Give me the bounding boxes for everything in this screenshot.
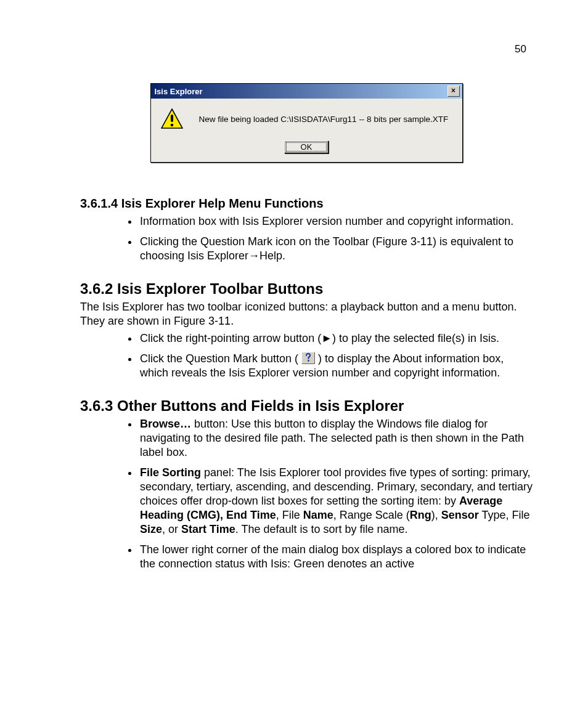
bold-run: Start Time	[181, 523, 235, 535]
list-item: Browse… button: Use this button to displ…	[139, 417, 533, 460]
text-run: Click the Question Mark button (	[140, 352, 301, 365]
page-number: 50	[80, 43, 533, 55]
text-run: button: Use this button to display the W…	[140, 418, 524, 458]
bold-run: File Sorting	[140, 466, 201, 479]
list-item: Click the right-pointing arrow button (►…	[139, 331, 533, 346]
bold-run: Name	[303, 509, 333, 521]
svg-point-3	[308, 360, 309, 362]
bullet-list: Information box with Isis Explorer versi…	[80, 214, 533, 263]
warning-icon	[161, 108, 183, 129]
dialog-titlebar: Isis Explorer ×	[151, 84, 462, 99]
text-run: Type, File	[479, 509, 530, 521]
text-run: . The default is to sort by file name.	[235, 523, 408, 535]
bold-run: Rng	[410, 509, 431, 521]
list-item: Information box with Isis Explorer versi…	[139, 214, 533, 229]
bullet-list: Click the right-pointing arrow button (►…	[80, 331, 533, 380]
help-icon	[301, 352, 315, 364]
list-item: The lower right corner of the main dialo…	[139, 543, 533, 571]
list-item: Click the Question Mark button ( ) to di…	[139, 352, 533, 380]
bullet-list: Browse… button: Use this button to displ…	[80, 417, 533, 571]
close-icon[interactable]: ×	[447, 86, 460, 97]
paragraph: The Isis Explorer has two toolbar iconiz…	[80, 300, 533, 328]
bold-run: Browse…	[140, 418, 191, 430]
svg-point-2	[170, 124, 173, 127]
text-run: , or	[162, 523, 181, 535]
heading-3-6-2: 3.6.2 Isis Explorer Toolbar Buttons	[80, 280, 533, 298]
bold-run: Size	[140, 523, 162, 535]
list-item: Clicking the Question Mark icon on the T…	[139, 235, 533, 263]
bold-run: Sensor	[441, 509, 479, 521]
ok-button[interactable]: OK	[284, 140, 329, 153]
dialog-body: New file being loaded C:\ISISDATA\Furg11…	[151, 99, 462, 162]
heading-3-6-3: 3.6.3 Other Buttons and Fields in Isis E…	[80, 397, 533, 415]
svg-rect-1	[171, 115, 173, 122]
text-run: , Range Scale (	[333, 509, 410, 521]
dialog-figure: Isis Explorer × New file being loaded C:…	[150, 83, 463, 163]
list-item: File Sorting panel: The Isis Explorer to…	[139, 466, 533, 537]
text-run: , File	[276, 509, 303, 521]
dialog-message: New file being loaded C:\ISISDATA\Furg11…	[199, 115, 449, 124]
heading-3-6-1-4: 3.6.1.4 Isis Explorer Help Menu Function…	[80, 197, 533, 211]
document-page: 50 Isis Explorer × New file being loaded…	[0, 0, 588, 627]
dialog-title-text: Isis Explorer	[155, 87, 203, 96]
text-run: ),	[431, 509, 441, 521]
